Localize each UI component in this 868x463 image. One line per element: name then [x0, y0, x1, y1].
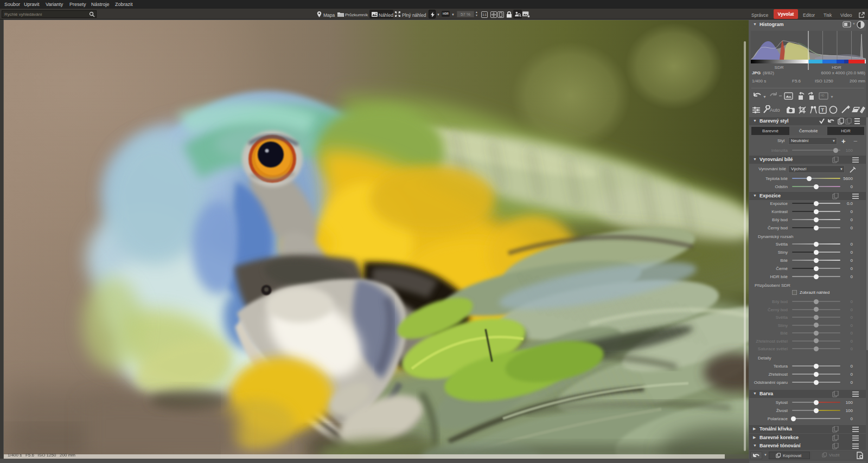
svg-text:▼: ▼ [763, 95, 767, 99]
svg-text:▼: ▼ [830, 95, 834, 99]
svg-text:SDR: SDR [775, 65, 784, 70]
svg-text:1:1: 1:1 [482, 13, 487, 16]
svg-text:HDR: HDR [832, 65, 841, 70]
svg-text:HD: HD [821, 94, 825, 97]
svg-text:Auto: Auto [770, 107, 780, 113]
svg-text:T: T [821, 107, 825, 113]
